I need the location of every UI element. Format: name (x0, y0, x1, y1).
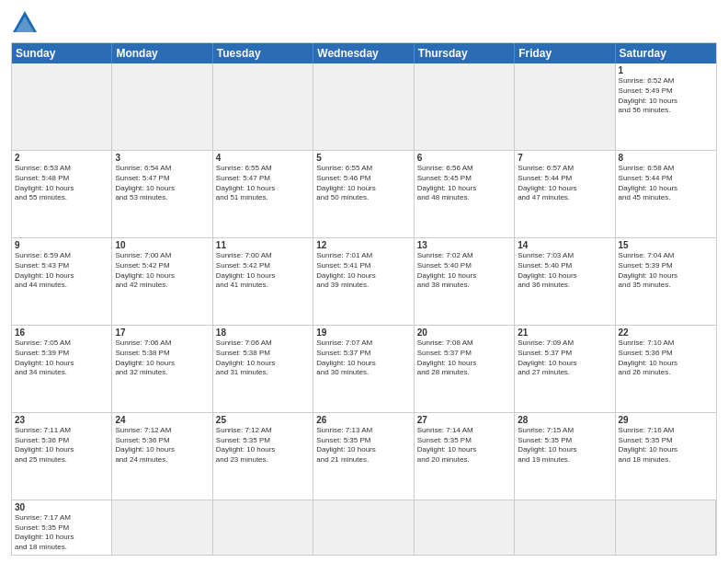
day-number: 19 (316, 327, 410, 338)
day-number: 5 (316, 153, 410, 163)
day-number: 29 (619, 415, 713, 425)
day-header: Sunday (12, 43, 112, 63)
day-info: Sunrise: 6:53 AM Sunset: 5:48 PM Dayligh… (15, 164, 108, 203)
day-info: Sunrise: 7:09 AM Sunset: 5:37 PM Dayligh… (518, 339, 611, 378)
day-cell: 20Sunrise: 7:08 AM Sunset: 5:37 PM Dayli… (415, 326, 515, 412)
day-info: Sunrise: 7:00 AM Sunset: 5:42 PM Dayligh… (216, 251, 310, 291)
day-cell: 2Sunrise: 6:53 AM Sunset: 5:48 PM Daylig… (12, 151, 112, 237)
logo (11, 9, 42, 37)
day-number: 3 (115, 153, 209, 163)
day-cell: 3Sunrise: 6:54 AM Sunset: 5:47 PM Daylig… (112, 151, 212, 237)
day-info: Sunrise: 7:07 AM Sunset: 5:37 PM Dayligh… (316, 339, 410, 378)
day-number: 1 (619, 65, 713, 75)
day-info: Sunrise: 6:59 AM Sunset: 5:43 PM Dayligh… (15, 251, 108, 291)
day-cell: 25Sunrise: 7:12 AM Sunset: 5:35 PM Dayli… (213, 413, 313, 500)
day-info: Sunrise: 7:06 AM Sunset: 5:38 PM Dayligh… (115, 339, 209, 378)
day-header: Thursday (415, 43, 515, 63)
day-cell: 14Sunrise: 7:03 AM Sunset: 5:40 PM Dayli… (515, 238, 615, 325)
day-number: 26 (316, 415, 410, 425)
day-number: 23 (15, 415, 108, 425)
header (11, 9, 717, 37)
day-info: Sunrise: 7:11 AM Sunset: 5:36 PM Dayligh… (15, 426, 108, 465)
day-cell: 9Sunrise: 6:59 AM Sunset: 5:43 PM Daylig… (12, 238, 112, 325)
day-headers: SundayMondayTuesdayWednesdayThursdayFrid… (12, 43, 716, 63)
day-cell (112, 500, 212, 555)
day-number: 20 (417, 327, 511, 338)
day-info: Sunrise: 6:54 AM Sunset: 5:47 PM Dayligh… (115, 164, 209, 203)
day-cell: 13Sunrise: 7:02 AM Sunset: 5:40 PM Dayli… (415, 238, 515, 325)
day-number: 9 (15, 240, 108, 250)
day-number: 27 (417, 415, 511, 425)
day-info: Sunrise: 7:17 AM Sunset: 5:35 PM Dayligh… (15, 513, 108, 553)
day-number: 11 (216, 240, 310, 250)
day-cell (616, 500, 716, 555)
day-number: 28 (518, 415, 611, 425)
day-info: Sunrise: 7:14 AM Sunset: 5:35 PM Dayligh… (417, 426, 511, 465)
last-week-row: 30Sunrise: 7:17 AM Sunset: 5:35 PM Dayli… (12, 500, 716, 555)
day-number: 17 (115, 327, 209, 338)
page: SundayMondayTuesdayWednesdayThursdayFrid… (0, 0, 728, 563)
day-number: 16 (15, 327, 108, 338)
day-cell (515, 63, 615, 150)
day-cell: 8Sunrise: 6:58 AM Sunset: 5:44 PM Daylig… (616, 151, 716, 237)
day-cell: 21Sunrise: 7:09 AM Sunset: 5:37 PM Dayli… (515, 326, 615, 412)
day-info: Sunrise: 7:00 AM Sunset: 5:42 PM Dayligh… (115, 251, 209, 291)
day-header: Tuesday (213, 43, 313, 63)
logo-icon (11, 9, 39, 37)
day-cell: 23Sunrise: 7:11 AM Sunset: 5:36 PM Dayli… (12, 413, 112, 500)
day-cell: 1Sunrise: 6:52 AM Sunset: 5:49 PM Daylig… (616, 63, 716, 150)
day-cell: 28Sunrise: 7:15 AM Sunset: 5:35 PM Dayli… (515, 413, 615, 500)
day-cell: 24Sunrise: 7:12 AM Sunset: 5:36 PM Dayli… (112, 413, 212, 500)
week-row: 1Sunrise: 6:52 AM Sunset: 5:49 PM Daylig… (12, 63, 716, 150)
day-number: 30 (15, 502, 108, 512)
week-row: 23Sunrise: 7:11 AM Sunset: 5:36 PM Dayli… (12, 412, 716, 500)
day-info: Sunrise: 7:01 AM Sunset: 5:41 PM Dayligh… (316, 251, 410, 291)
day-number: 4 (216, 153, 310, 163)
day-cell (313, 500, 414, 555)
day-cell: 10Sunrise: 7:00 AM Sunset: 5:42 PM Dayli… (112, 238, 212, 325)
day-info: Sunrise: 7:03 AM Sunset: 5:40 PM Dayligh… (518, 251, 611, 291)
day-number: 10 (115, 240, 209, 250)
day-cell: 26Sunrise: 7:13 AM Sunset: 5:35 PM Dayli… (313, 413, 414, 500)
day-number: 15 (619, 240, 713, 250)
day-info: Sunrise: 6:56 AM Sunset: 5:45 PM Dayligh… (417, 164, 511, 203)
day-number: 14 (518, 240, 611, 250)
day-info: Sunrise: 7:15 AM Sunset: 5:35 PM Dayligh… (518, 426, 611, 465)
day-info: Sunrise: 7:04 AM Sunset: 5:39 PM Dayligh… (619, 251, 713, 291)
day-cell (213, 500, 313, 555)
day-number: 2 (15, 153, 108, 163)
day-number: 12 (316, 240, 410, 250)
day-info: Sunrise: 7:02 AM Sunset: 5:40 PM Dayligh… (417, 251, 511, 291)
day-cell (112, 63, 212, 150)
day-cell: 12Sunrise: 7:01 AM Sunset: 5:41 PM Dayli… (313, 238, 414, 325)
calendar: SundayMondayTuesdayWednesdayThursdayFrid… (11, 42, 717, 556)
day-cell: 18Sunrise: 7:06 AM Sunset: 5:38 PM Dayli… (213, 326, 313, 412)
day-info: Sunrise: 6:52 AM Sunset: 5:49 PM Dayligh… (619, 76, 713, 116)
day-info: Sunrise: 7:12 AM Sunset: 5:35 PM Dayligh… (216, 426, 310, 465)
day-header: Monday (112, 43, 212, 63)
day-info: Sunrise: 6:55 AM Sunset: 5:46 PM Dayligh… (316, 164, 410, 203)
day-info: Sunrise: 6:55 AM Sunset: 5:47 PM Dayligh… (216, 164, 310, 203)
day-cell: 30Sunrise: 7:17 AM Sunset: 5:35 PM Dayli… (12, 500, 112, 555)
day-number: 13 (417, 240, 511, 250)
day-info: Sunrise: 7:10 AM Sunset: 5:36 PM Dayligh… (619, 339, 713, 378)
day-cell: 15Sunrise: 7:04 AM Sunset: 5:39 PM Dayli… (616, 238, 716, 325)
day-cell (313, 63, 414, 150)
week-row: 9Sunrise: 6:59 AM Sunset: 5:43 PM Daylig… (12, 237, 716, 325)
day-cell (415, 500, 515, 555)
day-cell (12, 63, 112, 150)
day-header: Friday (515, 43, 615, 63)
day-number: 8 (619, 153, 713, 163)
day-number: 24 (115, 415, 209, 425)
weeks: 1Sunrise: 6:52 AM Sunset: 5:49 PM Daylig… (12, 63, 716, 500)
day-cell: 5Sunrise: 6:55 AM Sunset: 5:46 PM Daylig… (313, 151, 414, 237)
day-cell: 29Sunrise: 7:16 AM Sunset: 5:35 PM Dayli… (616, 413, 716, 500)
day-info: Sunrise: 7:08 AM Sunset: 5:37 PM Dayligh… (417, 339, 511, 378)
day-number: 22 (619, 327, 713, 338)
day-info: Sunrise: 7:12 AM Sunset: 5:36 PM Dayligh… (115, 426, 209, 465)
day-header: Saturday (616, 43, 716, 63)
day-info: Sunrise: 7:05 AM Sunset: 5:39 PM Dayligh… (15, 339, 108, 378)
day-cell: 16Sunrise: 7:05 AM Sunset: 5:39 PM Dayli… (12, 326, 112, 412)
day-info: Sunrise: 6:57 AM Sunset: 5:44 PM Dayligh… (518, 164, 611, 203)
day-number: 7 (518, 153, 611, 163)
